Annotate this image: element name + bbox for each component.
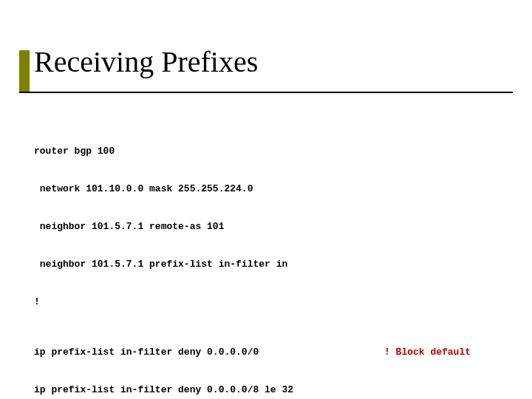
code-line: neighbor 101.5.7.1 remote-as 101	[34, 220, 505, 233]
code-line: !	[34, 296, 505, 308]
code-line: ip prefix-list in-filter deny 0.0.0.0/0!…	[34, 346, 505, 358]
code-block: router bgp 100 network 101.10.0.0 mask 2…	[34, 120, 505, 399]
code-comment: ! Block default	[384, 346, 471, 358]
code-line: ip prefix-list in-filter deny 0.0.0.0/8 …	[34, 383, 505, 396]
code-line: neighbor 101.5.7.1 prefix-list in-filter…	[34, 258, 505, 270]
slide: Receiving Prefixes router bgp 100 networ…	[0, 0, 532, 399]
code-line: network 101.10.0.0 mask 255.255.224.0	[34, 183, 505, 195]
code-line: router bgp 100	[34, 145, 505, 157]
accent-bar	[19, 50, 30, 92]
title-underline	[19, 92, 513, 93]
page-title: Receiving Prefixes	[34, 47, 258, 77]
